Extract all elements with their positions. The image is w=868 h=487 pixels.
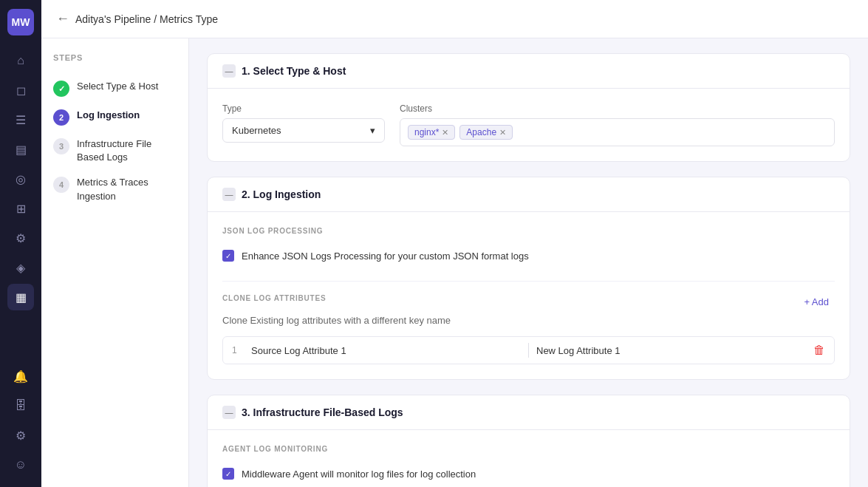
section-1-collapse[interactable]: — [222,64,236,78]
step-number-4: 4 [53,177,69,193]
agent-log-checkbox[interactable]: ✓ [222,468,234,480]
section-2-header: — 2. Log Ingestion [208,177,850,212]
sidebar: MW ⌂ ◻ ☰ ▤ ◎ ⊞ ⚙ ◈ ▦ 🔔 🗄 ⚙ ☺ [0,0,41,487]
add-attribute-button[interactable]: + Add [798,293,835,310]
clusters-tags-input[interactable]: nginx* ✕ Apache ✕ [400,118,835,146]
target-attribute-input[interactable] [536,345,806,356]
sidebar-icon-chart[interactable]: ▤ [7,136,34,163]
type-host-row: Type Kubernetes ▾ Clusters nginx* [222,103,835,146]
step-label-1: Select Type & Host [77,80,158,93]
step-label-2: Log Ingestion [77,109,140,122]
json-log-checkbox[interactable]: ✓ [222,250,234,262]
cluster-tag-apache[interactable]: Apache ✕ [459,125,513,140]
clone-desc: Clone Existing log attributes with a dif… [222,315,835,326]
clone-header: CLONE LOG ATTRIBUTES + Add [222,293,835,310]
clusters-group: Clusters nginx* ✕ Apache ✕ [400,103,835,146]
step-item-1[interactable]: ✓ Select Type & Host [53,74,177,103]
topbar: ← Aditya's Pipeline / Metrics Type [41,0,868,38]
steps-title: STEPS [53,53,177,62]
section-2-card: — 2. Log Ingestion JSON LOG PROCESSING ✓… [207,177,850,380]
steps-panel: STEPS ✓ Select Type & Host 2 Log Ingesti… [41,38,189,487]
clusters-label: Clusters [400,103,835,114]
sidebar-icon-layers[interactable]: ☰ [7,106,34,133]
section-1-card: — 1. Select Type & Host Type Kubernetes … [207,53,850,162]
sidebar-icon-active[interactable]: ▦ [7,284,34,310]
json-log-label: JSON LOG PROCESSING [222,227,835,235]
agent-log-label: AGENT LOG MONITORING [222,445,835,453]
json-log-checkbox-row: ✓ Enhance JSON Logs Processing for your … [222,242,835,269]
section-2-body: JSON LOG PROCESSING ✓ Enhance JSON Logs … [208,212,850,379]
agent-log-checkbox-row: ✓ Middleware Agent will monitor log file… [222,460,835,487]
breadcrumb-page: Metrics Type [160,13,218,25]
sidebar-icon-users[interactable]: ◈ [7,254,34,281]
step-number-3: 3 [53,138,69,154]
type-chevron-icon: ▾ [370,125,375,136]
back-button[interactable]: ← [56,11,69,27]
sidebar-icon-grid[interactable]: ⊞ [7,195,34,222]
section-1-header: — 1. Select Type & Host [208,54,850,89]
step-label-4: Metrics & Traces Ingestion [77,176,177,202]
attr-num-1: 1 [232,345,244,355]
json-log-text: Enhance JSON Logs Processing for your cu… [242,251,529,262]
sidebar-icon-bell[interactable]: 🔔 [7,363,34,389]
section-1-title: 1. Select Type & Host [242,65,346,77]
section-2-collapse[interactable]: — [222,188,236,201]
type-group: Type Kubernetes ▾ [222,103,385,146]
breadcrumb: Aditya's Pipeline / Metrics Type [75,13,218,25]
form-area: — 1. Select Type & Host Type Kubernetes … [189,38,868,487]
section-1-body: Type Kubernetes ▾ Clusters nginx* [208,89,850,161]
attr-divider [528,343,529,358]
section-2-title: 2. Log Ingestion [242,188,321,200]
sidebar-icon-globe[interactable]: ◎ [7,166,34,192]
step-number-2: 2 [53,109,69,126]
type-label: Type [222,103,385,114]
step-item-4[interactable]: 4 Metrics & Traces Ingestion [53,170,177,208]
step-item-2[interactable]: 2 Log Ingestion [53,103,177,132]
sidebar-icon-robot[interactable]: ⚙ [7,225,34,251]
sidebar-icon-home[interactable]: ⌂ [7,47,34,74]
section-3-collapse[interactable]: — [222,406,236,419]
breadcrumb-pipeline[interactable]: Aditya's Pipeline [75,13,151,25]
section-3-body: AGENT LOG MONITORING ✓ Middleware Agent … [208,430,850,487]
attribute-row-1: 1 🗑 [222,336,835,364]
app-logo: MW [7,9,34,35]
content-area: STEPS ✓ Select Type & Host 2 Log Ingesti… [41,38,868,487]
sidebar-icon-smile[interactable]: ☺ [7,452,34,478]
clone-log-label: CLONE LOG ATTRIBUTES [222,294,326,302]
section-3-title: 3. Infrastructure File-Based Logs [242,406,403,418]
remove-nginx-tag[interactable]: ✕ [442,128,448,137]
step-item-3[interactable]: 3 Infrastructure File Based Logs [53,132,177,170]
section-3-header: — 3. Infrastructure File-Based Logs [208,395,850,430]
section-3-card: — 3. Infrastructure File-Based Logs AGEN… [207,395,850,487]
agent-log-text: Middleware Agent will monitor log files … [242,469,476,480]
delete-attribute-button[interactable]: 🗑 [813,344,825,357]
divider-1 [222,281,835,282]
sidebar-icon-settings[interactable]: ⚙ [7,422,34,449]
cluster-tag-nginx[interactable]: nginx* ✕ [408,125,455,140]
type-select[interactable]: Kubernetes ▾ [222,118,385,143]
sidebar-icon-database[interactable]: 🗄 [7,392,34,419]
remove-apache-tag[interactable]: ✕ [499,128,506,137]
sidebar-icon-monitor[interactable]: ◻ [7,77,34,103]
step-number-1: ✓ [53,81,69,97]
main-container: ← Aditya's Pipeline / Metrics Type STEPS… [41,0,868,487]
step-label-3: Infrastructure File Based Logs [77,137,177,164]
source-attribute-input[interactable] [251,345,521,356]
